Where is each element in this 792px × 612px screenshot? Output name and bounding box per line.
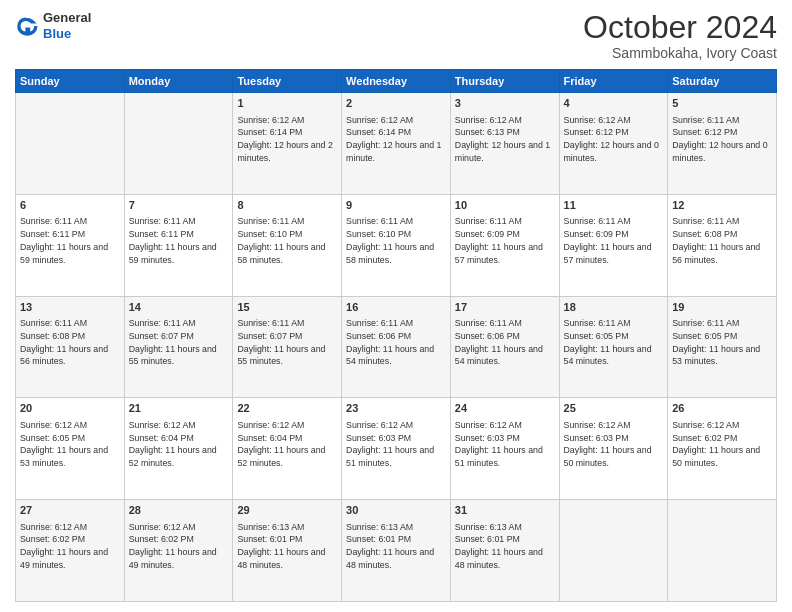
day-info: Sunrise: 6:11 AMSunset: 6:11 PMDaylight:…: [129, 215, 229, 266]
day-number: 3: [455, 96, 555, 111]
calendar-cell: 29Sunrise: 6:13 AMSunset: 6:01 PMDayligh…: [233, 500, 342, 602]
day-number: 29: [237, 503, 337, 518]
logo-text: General Blue: [43, 10, 91, 41]
day-info: Sunrise: 6:12 AMSunset: 6:03 PMDaylight:…: [564, 419, 664, 470]
calendar-cell: 7Sunrise: 6:11 AMSunset: 6:11 PMDaylight…: [124, 194, 233, 296]
day-number: 25: [564, 401, 664, 416]
calendar-cell: [124, 93, 233, 195]
day-number: 30: [346, 503, 446, 518]
day-info: Sunrise: 6:11 AMSunset: 6:10 PMDaylight:…: [346, 215, 446, 266]
weekday-wednesday: Wednesday: [342, 70, 451, 93]
day-info: Sunrise: 6:11 AMSunset: 6:08 PMDaylight:…: [20, 317, 120, 368]
day-number: 7: [129, 198, 229, 213]
calendar-cell: 6Sunrise: 6:11 AMSunset: 6:11 PMDaylight…: [16, 194, 125, 296]
day-number: 31: [455, 503, 555, 518]
day-info: Sunrise: 6:12 AMSunset: 6:14 PMDaylight:…: [237, 114, 337, 165]
day-info: Sunrise: 6:12 AMSunset: 6:04 PMDaylight:…: [129, 419, 229, 470]
day-number: 16: [346, 300, 446, 315]
day-number: 12: [672, 198, 772, 213]
calendar-cell: 19Sunrise: 6:11 AMSunset: 6:05 PMDayligh…: [668, 296, 777, 398]
day-info: Sunrise: 6:11 AMSunset: 6:05 PMDaylight:…: [564, 317, 664, 368]
day-number: 13: [20, 300, 120, 315]
calendar-cell: [559, 500, 668, 602]
day-info: Sunrise: 6:13 AMSunset: 6:01 PMDaylight:…: [237, 521, 337, 572]
calendar-cell: 12Sunrise: 6:11 AMSunset: 6:08 PMDayligh…: [668, 194, 777, 296]
day-number: 23: [346, 401, 446, 416]
weekday-monday: Monday: [124, 70, 233, 93]
calendar-cell: 13Sunrise: 6:11 AMSunset: 6:08 PMDayligh…: [16, 296, 125, 398]
day-info: Sunrise: 6:11 AMSunset: 6:07 PMDaylight:…: [129, 317, 229, 368]
day-number: 20: [20, 401, 120, 416]
calendar-cell: 31Sunrise: 6:13 AMSunset: 6:01 PMDayligh…: [450, 500, 559, 602]
day-info: Sunrise: 6:12 AMSunset: 6:14 PMDaylight:…: [346, 114, 446, 165]
day-number: 18: [564, 300, 664, 315]
day-number: 24: [455, 401, 555, 416]
week-row-3: 13Sunrise: 6:11 AMSunset: 6:08 PMDayligh…: [16, 296, 777, 398]
day-info: Sunrise: 6:13 AMSunset: 6:01 PMDaylight:…: [455, 521, 555, 572]
day-number: 28: [129, 503, 229, 518]
day-number: 27: [20, 503, 120, 518]
day-number: 2: [346, 96, 446, 111]
calendar-cell: [668, 500, 777, 602]
calendar-cell: 22Sunrise: 6:12 AMSunset: 6:04 PMDayligh…: [233, 398, 342, 500]
day-info: Sunrise: 6:12 AMSunset: 6:05 PMDaylight:…: [20, 419, 120, 470]
day-info: Sunrise: 6:11 AMSunset: 6:06 PMDaylight:…: [346, 317, 446, 368]
calendar-cell: 18Sunrise: 6:11 AMSunset: 6:05 PMDayligh…: [559, 296, 668, 398]
day-info: Sunrise: 6:11 AMSunset: 6:12 PMDaylight:…: [672, 114, 772, 165]
day-number: 5: [672, 96, 772, 111]
day-info: Sunrise: 6:11 AMSunset: 6:05 PMDaylight:…: [672, 317, 772, 368]
day-number: 4: [564, 96, 664, 111]
calendar-cell: 24Sunrise: 6:12 AMSunset: 6:03 PMDayligh…: [450, 398, 559, 500]
weekday-tuesday: Tuesday: [233, 70, 342, 93]
calendar-cell: 16Sunrise: 6:11 AMSunset: 6:06 PMDayligh…: [342, 296, 451, 398]
day-number: 19: [672, 300, 772, 315]
day-number: 21: [129, 401, 229, 416]
calendar-table: SundayMondayTuesdayWednesdayThursdayFrid…: [15, 69, 777, 602]
calendar-cell: 27Sunrise: 6:12 AMSunset: 6:02 PMDayligh…: [16, 500, 125, 602]
week-row-1: 1Sunrise: 6:12 AMSunset: 6:14 PMDaylight…: [16, 93, 777, 195]
logo-blue: Blue: [43, 26, 71, 41]
weekday-saturday: Saturday: [668, 70, 777, 93]
calendar-cell: [16, 93, 125, 195]
calendar-cell: 20Sunrise: 6:12 AMSunset: 6:05 PMDayligh…: [16, 398, 125, 500]
day-info: Sunrise: 6:12 AMSunset: 6:02 PMDaylight:…: [672, 419, 772, 470]
weekday-header-row: SundayMondayTuesdayWednesdayThursdayFrid…: [16, 70, 777, 93]
week-row-2: 6Sunrise: 6:11 AMSunset: 6:11 PMDaylight…: [16, 194, 777, 296]
header: General Blue October 2024 Sammbokaha, Iv…: [15, 10, 777, 61]
calendar-cell: 3Sunrise: 6:12 AMSunset: 6:13 PMDaylight…: [450, 93, 559, 195]
day-number: 14: [129, 300, 229, 315]
day-info: Sunrise: 6:12 AMSunset: 6:03 PMDaylight:…: [455, 419, 555, 470]
day-info: Sunrise: 6:12 AMSunset: 6:04 PMDaylight:…: [237, 419, 337, 470]
day-info: Sunrise: 6:11 AMSunset: 6:08 PMDaylight:…: [672, 215, 772, 266]
title-block: October 2024 Sammbokaha, Ivory Coast: [583, 10, 777, 61]
day-info: Sunrise: 6:11 AMSunset: 6:09 PMDaylight:…: [455, 215, 555, 266]
calendar-page: General Blue October 2024 Sammbokaha, Iv…: [0, 0, 792, 612]
logo-general: General: [43, 10, 91, 25]
calendar-cell: 9Sunrise: 6:11 AMSunset: 6:10 PMDaylight…: [342, 194, 451, 296]
day-number: 8: [237, 198, 337, 213]
day-number: 17: [455, 300, 555, 315]
calendar-cell: 1Sunrise: 6:12 AMSunset: 6:14 PMDaylight…: [233, 93, 342, 195]
calendar-cell: 8Sunrise: 6:11 AMSunset: 6:10 PMDaylight…: [233, 194, 342, 296]
day-info: Sunrise: 6:11 AMSunset: 6:06 PMDaylight:…: [455, 317, 555, 368]
day-info: Sunrise: 6:11 AMSunset: 6:09 PMDaylight:…: [564, 215, 664, 266]
calendar-cell: 15Sunrise: 6:11 AMSunset: 6:07 PMDayligh…: [233, 296, 342, 398]
week-row-4: 20Sunrise: 6:12 AMSunset: 6:05 PMDayligh…: [16, 398, 777, 500]
calendar-cell: 21Sunrise: 6:12 AMSunset: 6:04 PMDayligh…: [124, 398, 233, 500]
day-info: Sunrise: 6:12 AMSunset: 6:12 PMDaylight:…: [564, 114, 664, 165]
weekday-friday: Friday: [559, 70, 668, 93]
day-number: 15: [237, 300, 337, 315]
day-number: 6: [20, 198, 120, 213]
day-number: 1: [237, 96, 337, 111]
day-number: 22: [237, 401, 337, 416]
calendar-cell: 11Sunrise: 6:11 AMSunset: 6:09 PMDayligh…: [559, 194, 668, 296]
calendar-cell: 28Sunrise: 6:12 AMSunset: 6:02 PMDayligh…: [124, 500, 233, 602]
day-info: Sunrise: 6:12 AMSunset: 6:13 PMDaylight:…: [455, 114, 555, 165]
calendar-cell: 10Sunrise: 6:11 AMSunset: 6:09 PMDayligh…: [450, 194, 559, 296]
month-title: October 2024: [583, 10, 777, 45]
day-info: Sunrise: 6:11 AMSunset: 6:07 PMDaylight:…: [237, 317, 337, 368]
calendar-cell: 14Sunrise: 6:11 AMSunset: 6:07 PMDayligh…: [124, 296, 233, 398]
day-number: 11: [564, 198, 664, 213]
day-number: 10: [455, 198, 555, 213]
location-subtitle: Sammbokaha, Ivory Coast: [583, 45, 777, 61]
